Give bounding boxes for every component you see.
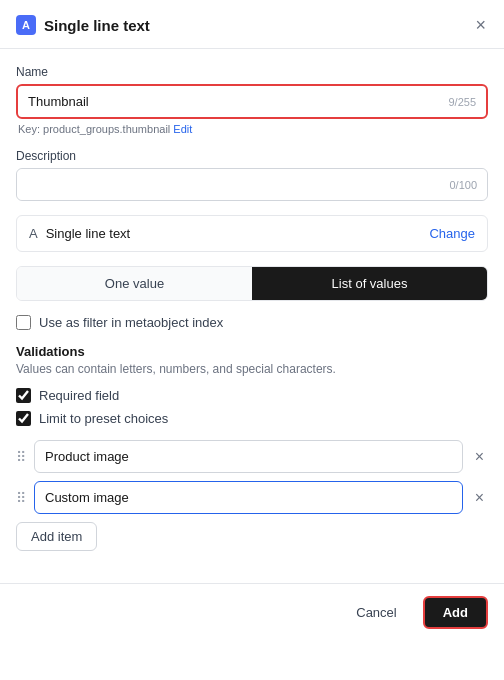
remove-item-button-2[interactable]: ×	[471, 487, 488, 509]
list-items-container: ⠿ × ⠿ ×	[16, 440, 488, 514]
description-field-group: Description 0/100	[16, 149, 488, 201]
filter-checkbox-row: Use as filter in metaobject index	[16, 315, 488, 330]
required-field-checkbox[interactable]	[16, 388, 31, 403]
drag-handle-icon[interactable]: ⠿	[16, 449, 26, 465]
limit-preset-row: Limit to preset choices	[16, 411, 488, 426]
description-label: Description	[16, 149, 488, 163]
add-button[interactable]: Add	[423, 596, 488, 629]
change-type-link[interactable]: Change	[429, 226, 475, 241]
add-item-button[interactable]: Add item	[16, 522, 97, 551]
modal-header-left: A Single line text	[16, 15, 150, 35]
type-label: Single line text	[46, 226, 131, 241]
cancel-button[interactable]: Cancel	[340, 596, 412, 629]
type-row: A Single line text Change	[16, 215, 488, 252]
validations-section: Validations Values can contain letters, …	[16, 344, 488, 426]
list-item-input-2[interactable]	[34, 481, 463, 514]
toggle-group: One value List of values	[16, 266, 488, 301]
required-field-row: Required field	[16, 388, 488, 403]
validations-description: Values can contain letters, numbers, and…	[16, 362, 488, 376]
one-value-button[interactable]: One value	[17, 267, 252, 300]
field-type-icon: A	[16, 15, 36, 35]
list-item: ⠿ ×	[16, 481, 488, 514]
key-row: Key: product_groups.thumbnail Edit	[16, 123, 488, 135]
type-row-left: A Single line text	[29, 226, 130, 241]
modal-container: A Single line text × Name 9/255 Key: pro…	[0, 0, 504, 641]
description-input-wrapper: 0/100	[16, 168, 488, 201]
modal-body: Name 9/255 Key: product_groups.thumbnail…	[0, 49, 504, 583]
edit-key-link[interactable]: Edit	[173, 123, 192, 135]
list-input-wrapper-1	[34, 440, 463, 473]
description-counter: 0/100	[449, 179, 477, 191]
list-input-wrapper-2	[34, 481, 463, 514]
name-input-wrapper: 9/255	[16, 84, 488, 119]
required-field-label: Required field	[39, 388, 119, 403]
modal-header: A Single line text ×	[0, 0, 504, 49]
type-icon: A	[29, 226, 38, 241]
filter-checkbox-label: Use as filter in metaobject index	[39, 315, 223, 330]
modal-footer: Cancel Add	[0, 583, 504, 641]
name-label: Name	[16, 65, 488, 79]
description-input[interactable]	[17, 169, 487, 200]
close-button[interactable]: ×	[473, 14, 488, 36]
remove-item-button-1[interactable]: ×	[471, 446, 488, 468]
list-of-values-button[interactable]: List of values	[252, 267, 487, 300]
list-item: ⠿ ×	[16, 440, 488, 473]
limit-preset-label: Limit to preset choices	[39, 411, 168, 426]
drag-handle-icon[interactable]: ⠿	[16, 490, 26, 506]
modal-title: Single line text	[44, 17, 150, 34]
filter-checkbox[interactable]	[16, 315, 31, 330]
limit-preset-checkbox[interactable]	[16, 411, 31, 426]
list-item-input-1[interactable]	[34, 440, 463, 473]
name-input[interactable]	[18, 86, 486, 117]
name-counter: 9/255	[448, 96, 476, 108]
validations-title: Validations	[16, 344, 488, 359]
name-field-group: Name 9/255 Key: product_groups.thumbnail…	[16, 65, 488, 135]
